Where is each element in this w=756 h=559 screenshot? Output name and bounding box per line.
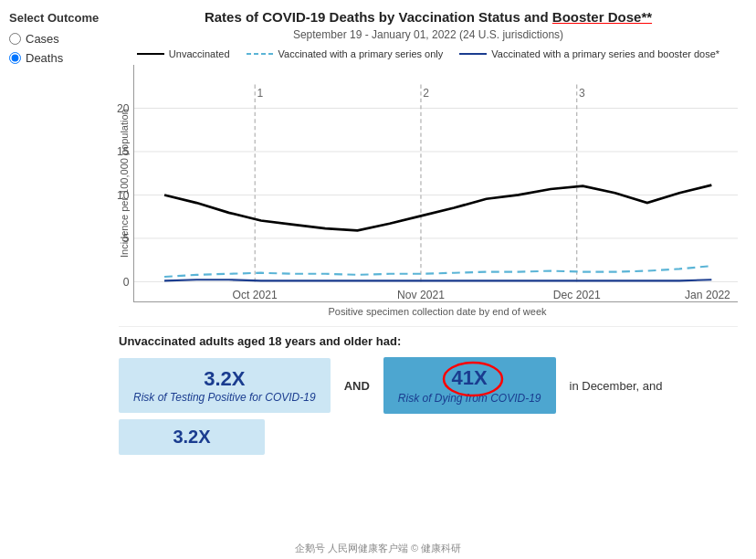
chart-title-part1: Rates of COVID-19 Deaths by Vaccination … [205,9,552,25]
unvaccinated-line [164,185,711,231]
legend-label-3: Vaccinated with a primary series and boo… [491,48,719,59]
stats-row-1: 3.2X Risk of Testing Positive for COVID-… [119,357,738,414]
in-december: in December, and [570,379,663,393]
chart-legend: Unvaccinated Vaccinated with a primary s… [119,48,738,59]
radio-group: Cases Deaths [9,32,100,65]
svg-text:10: 10 [117,189,130,202]
svg-text:20: 20 [117,102,130,115]
stat-label-1: Risk of Testing Positive for COVID-19 [133,391,316,404]
legend-booster: Vaccinated with a primary series and boo… [459,48,719,59]
vaccinated-primary-line [164,266,711,277]
deaths-label: Deaths [26,51,63,65]
svg-text:3: 3 [579,87,585,100]
highlight-oval [441,361,505,397]
svg-text:2: 2 [423,87,429,100]
legend-line-black [137,53,164,55]
cases-option[interactable]: Cases [9,32,100,46]
stat-box-1: 3.2X Risk of Testing Positive for COVID-… [119,358,331,413]
legend-primary-only: Vaccinated with a primary series only [247,48,444,59]
stat-number-1: 3.2X [133,367,316,391]
chart-title: Rates of COVID-19 Deaths by Vaccination … [119,9,738,25]
stat-number-3: 3.2X [133,427,250,448]
legend-line-dashed [247,50,274,58]
chart-title-part2: Booster Dose** [552,9,652,25]
cases-radio[interactable] [9,33,21,45]
svg-text:Nov 2021: Nov 2021 [397,289,445,301]
svg-text:1: 1 [257,87,263,100]
x-axis-label: Positive specimen collection date by end… [137,306,738,317]
svg-text:15: 15 [117,145,130,158]
svg-text:0: 0 [123,276,130,289]
watermark: 企鹅号 人民网健康客户端 © 健康科研 [0,538,756,559]
chart-subtitle: September 19 - January 01, 2022 (24 U.S.… [119,28,738,41]
sidebar-title: Select Outcome [9,11,100,25]
svg-text:5: 5 [123,232,130,245]
deaths-option[interactable]: Deaths [9,51,100,65]
chart-wrapper: Incidence per 100,000 population 0 5 10 [119,65,738,302]
chart-svg: 0 5 10 15 20 1 2 3 Oct 2021 Nov 2021 [134,65,738,301]
legend-line-blue [459,53,487,55]
bottom-title: Unvaccinated adults aged 18 years and ol… [119,334,738,348]
y-axis-label: Incidence per 100,000 population [119,65,133,302]
svg-point-21 [444,363,502,396]
page-container: Select Outcome Cases Deaths Rates of COV… [0,0,756,559]
bottom-section: Unvaccinated adults aged 18 years and ol… [119,326,738,455]
and-label: AND [340,379,374,393]
main-content: Rates of COVID-19 Deaths by Vaccination … [110,0,756,559]
legend-label-2: Vaccinated with a primary series only [278,48,444,59]
sidebar: Select Outcome Cases Deaths [0,0,110,559]
vaccinated-booster-line [164,280,711,280]
stats-row-2: 3.2X [119,419,738,455]
legend-label-1: Unvaccinated [169,48,230,59]
svg-text:Jan 2022: Jan 2022 [685,289,730,301]
stat-box-2: 41X Risk of Dying from COVID-19 [383,357,556,414]
chart-inner: 0 5 10 15 20 1 2 3 Oct 2021 Nov 2021 [133,65,738,302]
svg-text:Dec 2021: Dec 2021 [553,289,601,301]
cases-label: Cases [26,32,59,46]
legend-unvaccinated: Unvaccinated [137,48,230,59]
svg-text:Oct 2021: Oct 2021 [233,289,278,301]
deaths-radio[interactable] [9,52,21,64]
stat-box-3: 3.2X [119,419,265,455]
